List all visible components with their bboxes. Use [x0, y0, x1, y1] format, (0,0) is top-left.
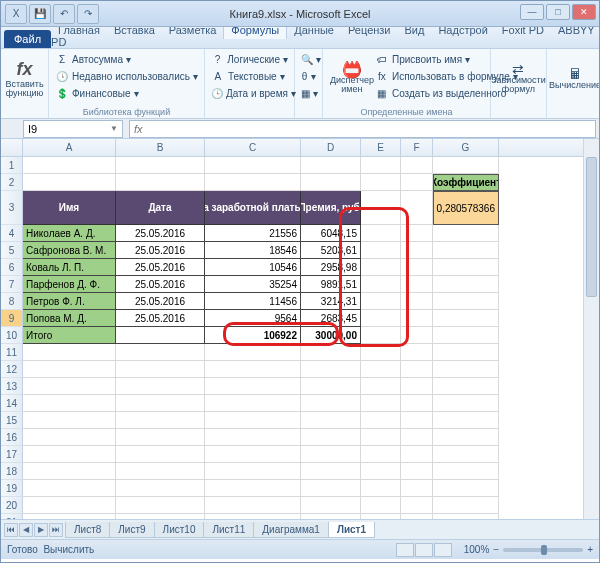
cell[interactable]	[301, 463, 361, 480]
cell[interactable]	[205, 480, 301, 497]
cell[interactable]	[361, 242, 401, 259]
cell[interactable]	[116, 412, 205, 429]
cell[interactable]	[401, 480, 433, 497]
cell[interactable]	[361, 293, 401, 310]
cell[interactable]	[205, 174, 301, 191]
row-header-9[interactable]: 9	[1, 310, 23, 327]
sum-cell[interactable]: 10546	[205, 259, 301, 276]
row-header-6[interactable]: 6	[1, 259, 23, 276]
cell[interactable]	[205, 361, 301, 378]
cell[interactable]	[433, 378, 499, 395]
cell[interactable]	[301, 174, 361, 191]
sum-cell[interactable]: 18546	[205, 242, 301, 259]
row-header-14[interactable]: 14	[1, 395, 23, 412]
cell[interactable]	[301, 378, 361, 395]
row-header-18[interactable]: 18	[1, 463, 23, 480]
sum-cell[interactable]: 35254	[205, 276, 301, 293]
sheet-tab-Диаграмма1[interactable]: Диаграмма1	[253, 522, 329, 538]
row-header-19[interactable]: 19	[1, 480, 23, 497]
name-cell[interactable]: Николаев А. Д.	[23, 225, 116, 242]
row-header-5[interactable]: 5	[1, 242, 23, 259]
cell[interactable]	[433, 259, 499, 276]
more-button[interactable]: ▦▾	[301, 85, 316, 102]
cell[interactable]	[433, 157, 499, 174]
name-cell[interactable]: Парфенов Д. Ф.	[23, 276, 116, 293]
row-header-4[interactable]: 4	[1, 225, 23, 242]
cell[interactable]	[401, 378, 433, 395]
cell[interactable]	[361, 259, 401, 276]
table-header[interactable]: Дата	[116, 191, 205, 225]
cell[interactable]	[361, 480, 401, 497]
minimize-button[interactable]: —	[520, 4, 544, 20]
row-header-7[interactable]: 7	[1, 276, 23, 293]
sheet-tab-Лист9[interactable]: Лист9	[109, 522, 154, 538]
total-sum[interactable]: 106922	[205, 327, 301, 344]
name-box[interactable]: I9▼	[23, 120, 123, 138]
col-header-E[interactable]: E	[361, 139, 401, 156]
cell[interactable]	[23, 497, 116, 514]
cell[interactable]	[361, 191, 401, 225]
premium-cell[interactable]: 6048,15	[301, 225, 361, 242]
cell[interactable]	[433, 395, 499, 412]
cell[interactable]	[361, 429, 401, 446]
cell[interactable]	[23, 463, 116, 480]
row-header-17[interactable]: 17	[1, 446, 23, 463]
row-header-11[interactable]: 11	[1, 344, 23, 361]
cell[interactable]	[433, 412, 499, 429]
zoom-slider-thumb[interactable]	[541, 545, 547, 555]
view-layout-button[interactable]	[415, 543, 433, 557]
lookup-button[interactable]: 🔍▾	[301, 51, 316, 68]
sheet-nav-next[interactable]: ▶	[34, 523, 48, 537]
row-header-3[interactable]: 3	[1, 191, 23, 225]
col-header-G[interactable]: G	[433, 139, 499, 156]
cell[interactable]	[301, 514, 361, 519]
cell[interactable]	[361, 463, 401, 480]
total-premium[interactable]: 30000,00	[301, 327, 361, 344]
select-all-corner[interactable]	[1, 139, 23, 156]
cell[interactable]	[433, 344, 499, 361]
maximize-button[interactable]: □	[546, 4, 570, 20]
cell[interactable]	[116, 327, 205, 344]
cell[interactable]	[361, 174, 401, 191]
cell[interactable]	[361, 412, 401, 429]
cell[interactable]	[433, 514, 499, 519]
cell[interactable]	[205, 378, 301, 395]
cell[interactable]	[433, 276, 499, 293]
premium-cell[interactable]: 5203,61	[301, 242, 361, 259]
save-button[interactable]: 💾	[29, 4, 51, 24]
math-button[interactable]: θ▾	[301, 68, 316, 85]
cell[interactable]	[361, 327, 401, 344]
cell[interactable]	[401, 242, 433, 259]
cell[interactable]	[116, 395, 205, 412]
text-button[interactable]: AТекстовые ▾	[211, 68, 288, 85]
cell[interactable]	[361, 310, 401, 327]
premium-cell[interactable]: 2683,45	[301, 310, 361, 327]
calculation-button[interactable]: 🖩 Вычисление	[553, 51, 597, 105]
coefficient-value[interactable]: 0,280578366	[433, 191, 499, 225]
sheet-tab-Лист8[interactable]: Лист8	[65, 522, 110, 538]
cell[interactable]	[23, 429, 116, 446]
cell[interactable]	[361, 514, 401, 519]
cell[interactable]	[361, 344, 401, 361]
name-cell[interactable]: Сафронова В. М.	[23, 242, 116, 259]
cell[interactable]	[301, 480, 361, 497]
cell[interactable]	[401, 395, 433, 412]
cell[interactable]	[116, 429, 205, 446]
view-normal-button[interactable]	[396, 543, 414, 557]
row-header-2[interactable]: 2	[1, 174, 23, 191]
spreadsheet-grid[interactable]: ABCDEFG 12Коэффициент3ИмяДатаСумма зараб…	[1, 139, 599, 519]
cell[interactable]	[401, 259, 433, 276]
file-tab[interactable]: Файл	[4, 30, 51, 48]
sheet-nav-first[interactable]: ⏮	[4, 523, 18, 537]
cell[interactable]	[23, 514, 116, 519]
chevron-down-icon[interactable]: ▼	[110, 124, 118, 133]
view-break-button[interactable]	[434, 543, 452, 557]
sheet-tab-Лист1[interactable]: Лист1	[328, 522, 375, 538]
cell[interactable]	[361, 157, 401, 174]
cell[interactable]	[116, 480, 205, 497]
cell[interactable]	[361, 361, 401, 378]
cell[interactable]	[23, 378, 116, 395]
cell[interactable]	[433, 463, 499, 480]
cell[interactable]	[23, 344, 116, 361]
cell[interactable]	[401, 463, 433, 480]
